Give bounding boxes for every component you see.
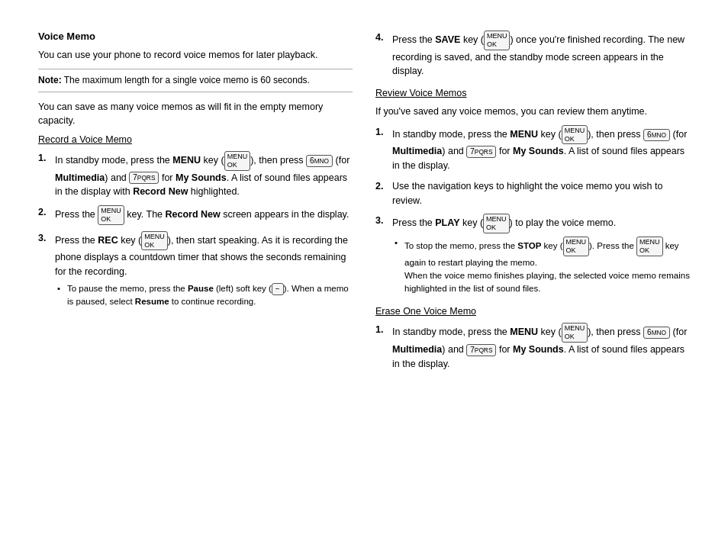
erase-step-1-content: In standby mode, press the MENU key (MEN… — [392, 323, 690, 371]
review-bullet-1-text: To stop the memo, press the STOP key (ME… — [404, 237, 690, 295]
review-title: Review Voice Memos — [375, 88, 690, 98]
erase-step-1: 1. In standby mode, press the MENU key (… — [375, 323, 690, 371]
review-intro: If you've saved any voice memos, you can… — [375, 105, 690, 119]
review-steps-list: 1. In standby mode, press the MENU key (… — [375, 125, 690, 299]
bullet-dot-2: • — [392, 237, 400, 295]
step-3-bullet-1: • To pause the memo, press the Pause (le… — [55, 282, 353, 309]
record-title: Record a Voice Memo — [38, 134, 353, 145]
review-step-num-3: 3. — [375, 214, 386, 298]
review-step-1-content: In standby mode, press the MENU key (MEN… — [392, 125, 690, 173]
record-step-2: 2. Press the MENUOK key. The Record New … — [38, 205, 353, 225]
step-3-bullet-text: To pause the memo, press the Pause (left… — [67, 282, 353, 309]
record-steps-list: 1. In standby mode, press the MENU key (… — [38, 151, 353, 311]
right-column: 4. Press the SAVE key (MENUOK) once you'… — [375, 31, 690, 529]
page-content: Voice Memo You can use your phone to rec… — [0, 0, 728, 560]
step-2-content: Press the MENUOK key. The Record New scr… — [55, 205, 353, 225]
review-step-3-content: Press the PLAY key (MENUOK) to play the … — [392, 214, 690, 298]
step-num-2: 2. — [38, 205, 49, 225]
step-4-content: Press the SAVE key (MENUOK) once you're … — [392, 31, 690, 79]
note-label: Note: — [38, 75, 62, 85]
memory-text: You can save as many voice memos as will… — [38, 100, 353, 129]
step-4-num: 4. — [375, 31, 386, 79]
review-bullet-1: • To stop the memo, press the STOP key (… — [392, 237, 690, 295]
step-num-1: 1. — [38, 151, 49, 199]
review-step-num-2: 2. — [375, 179, 386, 208]
review-step-2-content: Use the navigation keys to highlight the… — [392, 179, 690, 208]
left-column: Voice Memo You can use your phone to rec… — [38, 31, 353, 529]
bullet-dot: • — [55, 282, 63, 309]
record-step-3: 3. Press the REC key (MENUOK), then star… — [38, 231, 353, 312]
record-step-1: 1. In standby mode, press the MENU key (… — [38, 151, 353, 199]
voice-memo-title: Voice Memo — [38, 31, 353, 42]
review-step-num-1: 1. — [375, 125, 386, 173]
step-1-content: In standby mode, press the MENU key (MEN… — [55, 151, 353, 199]
review-step-2: 2. Use the navigation keys to highlight … — [375, 179, 690, 208]
step-3-bullets: • To pause the memo, press the Pause (le… — [55, 282, 353, 309]
review-step-3: 3. Press the PLAY key (MENUOK) to play t… — [375, 214, 690, 298]
note-box: Note: The maximum length for a single vo… — [38, 69, 353, 92]
step-4: 4. Press the SAVE key (MENUOK) once you'… — [375, 31, 690, 79]
review-step-1: 1. In standby mode, press the MENU key (… — [375, 125, 690, 173]
intro-text: You can use your phone to record voice m… — [38, 48, 353, 63]
erase-step-num-1: 1. — [375, 323, 386, 371]
erase-steps-list: 1. In standby mode, press the MENU key (… — [375, 323, 690, 371]
erase-title: Erase One Voice Memo — [375, 306, 690, 317]
step-3-content: Press the REC key (MENUOK), then start s… — [55, 231, 353, 312]
step-num-3: 3. — [38, 231, 49, 312]
note-text: The maximum length for a single voice me… — [62, 75, 310, 85]
review-step-3-bullets: • To stop the memo, press the STOP key (… — [392, 237, 690, 295]
